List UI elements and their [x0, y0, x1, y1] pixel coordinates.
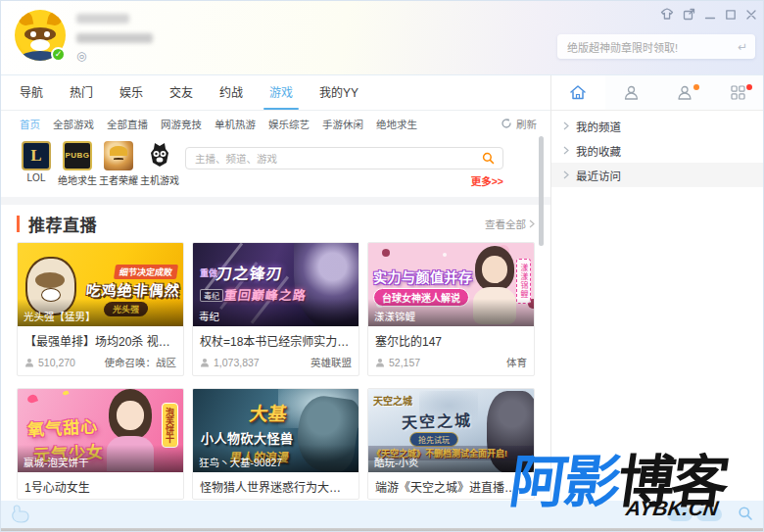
cover-text: 细节决定成败 — [114, 265, 178, 279]
card-cover: 实力与颜值并存 台球女神迷人解说 漾漾锦鲤 漾漾锦鲤 — [368, 243, 534, 326]
apps-grid-icon — [730, 84, 746, 101]
tab-my-yy[interactable]: 我的YY — [319, 76, 358, 110]
streamer-name: 赢城-泡芙饼干 — [18, 445, 183, 472]
game-label: 绝地求生 — [58, 172, 97, 187]
cover-art-effect — [382, 249, 390, 257]
card-cover: 细节决定成败 吃鸡绝非偶然 光头强 光头强【猛男】 — [18, 243, 183, 326]
contact-icon — [623, 84, 640, 101]
sidebar-tab-apps[interactable] — [712, 75, 764, 110]
pubg-icon: PUBG — [63, 141, 92, 170]
sidebar-tab-channels[interactable] — [551, 75, 605, 110]
tab-hot[interactable]: 热门 — [70, 76, 93, 110]
search-input[interactable] — [195, 153, 482, 165]
view-all-link[interactable]: 查看全部 — [485, 217, 535, 231]
home-icon — [569, 84, 587, 101]
close-button[interactable] — [745, 9, 757, 21]
quick-game-pubg[interactable]: PUBG 绝地求生 — [58, 136, 97, 197]
chevron-right-icon — [563, 170, 569, 179]
viewer-icon — [375, 358, 385, 367]
user-signature-blurred — [76, 33, 153, 43]
subnav-pubg[interactable]: 绝地求生 — [376, 117, 417, 131]
viewer-count: 510,270 — [38, 357, 75, 368]
popout-icon[interactable] — [683, 8, 695, 21]
main-content: 导航 热门 娱乐 交友 约战 游戏 我的YY 首页 全部游戏 全部直播 网游竞技… — [1, 75, 550, 532]
dock-button[interactable] — [667, 508, 692, 521]
tab-navigation[interactable]: 导航 — [20, 76, 43, 110]
bottom-dock — [1, 501, 764, 528]
sidebar-tab-friends[interactable] — [658, 75, 712, 110]
sidebar-item-recent-visits[interactable]: 最近访问 — [551, 163, 764, 187]
subnav-mobile-casual[interactable]: 手游休闲 — [322, 117, 363, 131]
sidebar-tab-contacts[interactable] — [605, 75, 659, 110]
refresh-button[interactable]: 刷新 — [501, 117, 537, 131]
view-all-label: 查看全部 — [485, 217, 526, 231]
sidebar-item-my-channels[interactable]: 我的频道 — [551, 114, 764, 138]
subnav-all-games[interactable]: 全部游戏 — [53, 117, 94, 131]
maximize-button[interactable] — [725, 9, 737, 21]
live-card[interactable]: 天空之城 天空之城 抢先试玩 《天空之城》不删档测试全面开启! 酷玩-小炎 端游… — [367, 388, 535, 500]
user-level-icon: ◎ — [76, 49, 86, 63]
search-icon[interactable] — [482, 152, 495, 165]
subnav-all-live[interactable]: 全部直播 — [107, 117, 148, 131]
card-cover: 氧气甜心 元气少女 泡芙饼干 赢城-泡芙饼干 — [18, 389, 183, 472]
chevron-right-icon — [563, 146, 569, 155]
sidebar-item-my-favorites[interactable]: 我的收藏 — [551, 138, 764, 163]
avatar-art — [47, 11, 64, 27]
live-card[interactable]: 氧气甜心 元气少女 泡芙饼干 赢城-泡芙饼干 1号心动女生 — [17, 388, 184, 500]
avatar-art — [30, 31, 36, 37]
main-nav: 导航 热门 娱乐 交友 约战 游戏 我的YY — [1, 75, 550, 111]
dock-search-icon[interactable] — [738, 506, 753, 521]
subnav-home[interactable]: 首页 — [20, 117, 40, 131]
king-of-glory-icon — [104, 141, 133, 170]
announcement-banner[interactable]: 绝版超神勋章限时领取! ↵ — [557, 34, 755, 59]
subnav-online-esports[interactable]: 网游竞技 — [161, 117, 202, 131]
header-bar: ✓ ◎ 绝版超神勋章限时领取! ↵ — [1, 1, 763, 75]
viewer-count: 1,073,837 — [214, 357, 260, 368]
live-card[interactable]: 重做 刀之锋刃 毒纪 重回巅峰之路 毒纪 权杖=18本书已经宗师实力暴涨... … — [192, 242, 359, 376]
sidebar-item-label: 我的收藏 — [576, 143, 621, 159]
live-card-grid: 细节决定成败 吃鸡绝非偶然 光头强 光头强【猛男】 【最强单排】场均20杀 视觉… — [1, 242, 550, 500]
quick-game-lol[interactable]: L LOL — [17, 136, 56, 197]
minimize-button[interactable] — [704, 9, 716, 21]
skin-icon[interactable] — [660, 8, 674, 21]
notification-dot — [693, 84, 699, 90]
live-card[interactable]: 大基 小人物砍大怪兽 男人的浪漫 狂鸟丶大基-90827 怪物猎人世界迷惑行为大… — [192, 388, 359, 500]
refresh-icon — [501, 118, 512, 129]
live-card[interactable]: 细节决定成败 吃鸡绝非偶然 光头强 光头强【猛男】 【最强单排】场均20杀 视觉… — [17, 242, 184, 376]
game-label: 主机游戏 — [140, 172, 179, 187]
notification-dot — [746, 84, 752, 90]
yy-hand-icon[interactable] — [9, 504, 38, 525]
cover-text: 实力与颜值并存 — [373, 266, 473, 286]
subnav-variety[interactable]: 娱乐综艺 — [268, 117, 310, 131]
streamer-name: 漾漾锦鲤 — [368, 299, 534, 326]
stream-title: 【最强单排】场均20杀 视觉盛宴 — [18, 326, 183, 353]
quick-game-king-of-glory[interactable]: 王者荣耀 — [99, 136, 138, 197]
stream-category[interactable]: 英雄联盟 — [310, 355, 352, 369]
stream-category[interactable]: 体育 — [506, 355, 527, 369]
tab-friends[interactable]: 交友 — [169, 76, 193, 110]
dock-button[interactable] — [696, 508, 722, 521]
subnav-pc-hot[interactable]: 单机热游 — [215, 117, 256, 131]
section-accent-bar — [17, 216, 20, 232]
quick-game-bar: L LOL PUBG 绝地求生 王者荣耀 — [1, 136, 550, 197]
tab-battle[interactable]: 约战 — [219, 76, 243, 110]
cover-text: 天空之城 — [402, 408, 473, 433]
tab-entertainment[interactable]: 娱乐 — [119, 76, 143, 110]
streamer-name: 光头强【猛男】 — [18, 299, 183, 326]
more-link[interactable]: 更多>> — [471, 173, 503, 188]
body-area: 导航 热门 娱乐 交友 约战 游戏 我的YY 首页 全部游戏 全部直播 网游竞技… — [1, 75, 764, 532]
vertical-scrollbar[interactable] — [539, 136, 544, 246]
avatar-art — [44, 31, 50, 37]
announcement-text: 绝版超神勋章限时领取! — [567, 39, 738, 55]
stream-category[interactable]: 使命召唤：战区 — [105, 355, 177, 369]
sidebar-item-label: 最近访问 — [576, 168, 621, 183]
tab-games[interactable]: 游戏 — [269, 76, 293, 110]
game-label: 王者荣耀 — [99, 172, 138, 187]
sidebar-tabs — [551, 75, 764, 111]
cover-text: 天空之城 — [373, 393, 412, 408]
live-card[interactable]: 实力与颜值并存 台球女神迷人解说 漾漾锦鲤 漾漾锦鲤 塞尔比的147 52,15… — [367, 242, 535, 376]
window-bottom-edge — [1, 528, 764, 532]
quick-game-console[interactable]: 主机游戏 — [140, 136, 179, 197]
streamer-name: 酷玩-小炎 — [368, 445, 534, 472]
card-cover: 大基 小人物砍大怪兽 男人的浪漫 狂鸟丶大基-90827 — [193, 389, 358, 472]
